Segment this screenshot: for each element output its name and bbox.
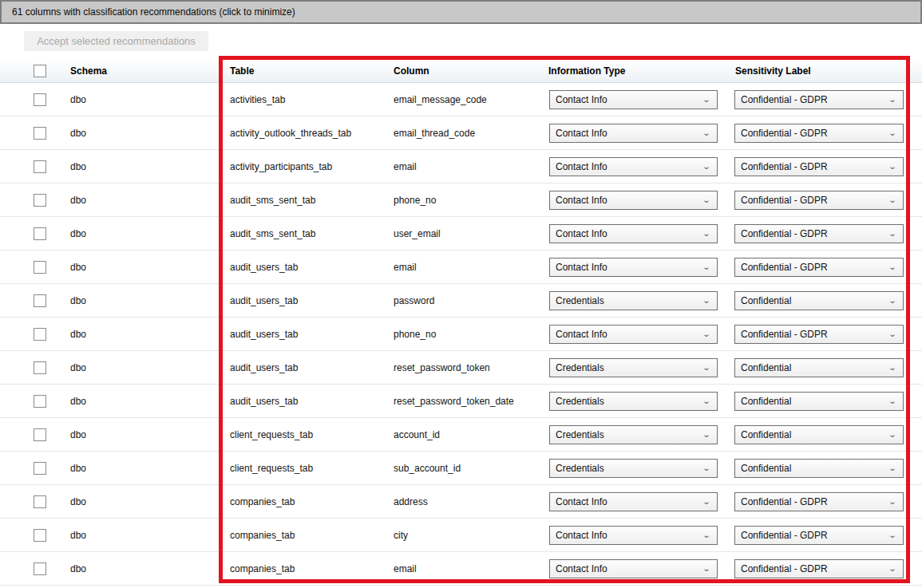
sensitivity-label-dropdown[interactable]: Confidential ⌄ (734, 392, 904, 411)
chevron-down-icon: ⌄ (702, 565, 713, 573)
information-type-dropdown[interactable]: Contact Info ⌄ (549, 191, 718, 210)
row-checkbox[interactable] (34, 529, 46, 542)
chevron-down-icon: ⌄ (888, 364, 899, 372)
sensitivity-label-dropdown[interactable]: Confidential - GDPR ⌄ (734, 559, 904, 578)
accept-recommendations-button[interactable]: Accept selected recommendations (24, 31, 208, 51)
information-type-dropdown[interactable]: Contact Info ⌄ (549, 90, 718, 109)
schema-cell: dbo (70, 463, 86, 474)
information-type-value: Credentials (556, 429, 604, 440)
sensitivity-label-dropdown[interactable]: Confidential - GDPR ⌄ (734, 526, 904, 545)
row-checkbox[interactable] (34, 294, 46, 307)
row-checkbox[interactable] (34, 495, 46, 508)
chevron-down-icon: ⌄ (702, 498, 713, 506)
sensitivity-label-dropdown[interactable]: Confidential - GDPR ⌄ (734, 157, 904, 176)
column-cell: city (394, 530, 408, 541)
schema-cell: dbo (70, 128, 86, 139)
sensitivity-label-dropdown[interactable]: Confidential - GDPR ⌄ (734, 325, 904, 344)
row-checkbox[interactable] (34, 261, 46, 274)
recommendations-banner[interactable]: 61 columns with classification recommend… (0, 0, 922, 24)
information-type-dropdown[interactable]: Credentials ⌄ (549, 291, 718, 310)
sensitivity-label-dropdown[interactable]: Confidential - GDPR ⌄ (734, 492, 904, 511)
row-checkbox[interactable] (34, 428, 46, 441)
row-checkbox[interactable] (34, 562, 46, 575)
information-type-dropdown[interactable]: Contact Info ⌄ (549, 559, 718, 578)
sensitivity-label-dropdown[interactable]: Confidential - GDPR ⌄ (734, 191, 904, 210)
row-checkbox[interactable] (34, 93, 46, 106)
sensitivity-label-value: Confidential (741, 396, 791, 407)
chevron-down-icon: ⌄ (702, 230, 713, 238)
schema-cell: dbo (70, 496, 86, 507)
information-type-value: Credentials (556, 295, 604, 306)
sensitivity-label-dropdown[interactable]: Confidential - GDPR ⌄ (734, 224, 904, 243)
information-type-dropdown[interactable]: Contact Info ⌄ (549, 157, 718, 176)
information-type-value: Contact Info (556, 228, 607, 239)
column-cell: email (394, 161, 417, 172)
table-header-row: Schema Table Column Information Type Sen… (0, 60, 922, 83)
chevron-down-icon: ⌄ (702, 96, 713, 104)
header-schema: Schema (70, 65, 107, 77)
schema-cell: dbo (70, 195, 86, 206)
information-type-dropdown[interactable]: Contact Info ⌄ (549, 325, 718, 344)
information-type-dropdown[interactable]: Contact Info ⌄ (549, 258, 718, 277)
table-row: dbo audit_users_tab email Contact Info ⌄… (0, 251, 922, 284)
row-checkbox[interactable] (34, 160, 46, 173)
schema-cell: dbo (70, 94, 86, 105)
information-type-value: Contact Info (556, 262, 607, 273)
information-type-dropdown[interactable]: Contact Info ⌄ (549, 526, 718, 545)
sensitivity-label-dropdown[interactable]: Confidential ⌄ (734, 358, 904, 377)
chevron-down-icon: ⌄ (888, 263, 899, 271)
table-row: dbo audit_users_tab password Credentials… (0, 284, 922, 318)
column-cell: reset_password_token (394, 362, 490, 373)
schema-cell: dbo (70, 429, 86, 440)
information-type-dropdown[interactable]: Contact Info ⌄ (549, 124, 718, 143)
sensitivity-label-dropdown[interactable]: Confidential ⌄ (734, 291, 904, 310)
row-checkbox[interactable] (34, 227, 46, 240)
chevron-down-icon: ⌄ (888, 397, 899, 405)
information-type-value: Contact Info (556, 496, 607, 507)
row-checkbox[interactable] (34, 194, 46, 207)
sensitivity-label-dropdown[interactable]: Confidential ⌄ (734, 425, 904, 444)
table-cell: audit_users_tab (230, 262, 298, 273)
information-type-value: Contact Info (556, 128, 607, 139)
table-row: dbo client_requests_tab account_id Crede… (0, 418, 922, 452)
sensitivity-label-value: Confidential (741, 362, 791, 373)
information-type-dropdown[interactable]: Contact Info ⌄ (549, 492, 718, 511)
chevron-down-icon: ⌄ (702, 297, 713, 305)
information-type-dropdown[interactable]: Credentials ⌄ (549, 459, 718, 478)
sensitivity-label-dropdown[interactable]: Confidential - GDPR ⌄ (734, 124, 904, 143)
chevron-down-icon: ⌄ (888, 498, 899, 506)
information-type-dropdown[interactable]: Contact Info ⌄ (549, 224, 718, 243)
schema-cell: dbo (70, 161, 86, 172)
information-type-dropdown[interactable]: Credentials ⌄ (549, 425, 718, 444)
chevron-down-icon: ⌄ (702, 464, 713, 472)
sensitivity-label-dropdown[interactable]: Confidential ⌄ (734, 459, 904, 478)
sensitivity-label-dropdown[interactable]: Confidential - GDPR ⌄ (734, 90, 904, 109)
information-type-value: Contact Info (556, 329, 607, 340)
chevron-down-icon: ⌄ (888, 129, 899, 137)
row-checkbox[interactable] (34, 361, 46, 374)
information-type-dropdown[interactable]: Credentials ⌄ (549, 392, 718, 411)
row-checkbox[interactable] (34, 395, 46, 408)
row-checkbox[interactable] (34, 328, 46, 341)
table-row: dbo companies_tab email Contact Info ⌄ C… (0, 552, 922, 586)
table-row: dbo companies_tab address Contact Info ⌄… (0, 485, 922, 519)
select-all-checkbox[interactable] (34, 65, 46, 77)
row-checkbox[interactable] (34, 127, 46, 140)
chevron-down-icon: ⌄ (702, 431, 713, 439)
row-checkbox[interactable] (34, 462, 46, 475)
table-cell: audit_users_tab (230, 362, 298, 373)
table-cell: companies_tab (230, 496, 295, 507)
column-cell: phone_no (394, 195, 436, 206)
column-cell: user_email (394, 228, 441, 239)
sensitivity-label-dropdown[interactable]: Confidential - GDPR ⌄ (734, 258, 904, 277)
sensitivity-label-value: Confidential (741, 295, 791, 306)
chevron-down-icon: ⌄ (888, 163, 899, 171)
information-type-dropdown[interactable]: Credentials ⌄ (549, 358, 718, 377)
schema-cell: dbo (70, 228, 86, 239)
information-type-value: Credentials (556, 362, 604, 373)
table-cell: client_requests_tab (230, 429, 313, 440)
table-row: dbo activity_outlook_threads_tab email_t… (0, 116, 922, 150)
table-row: dbo audit_sms_sent_tab phone_no Contact … (0, 184, 922, 217)
recommendations-banner-text: 61 columns with classification recommend… (12, 6, 295, 18)
sensitivity-label-value: Confidential (741, 463, 791, 474)
